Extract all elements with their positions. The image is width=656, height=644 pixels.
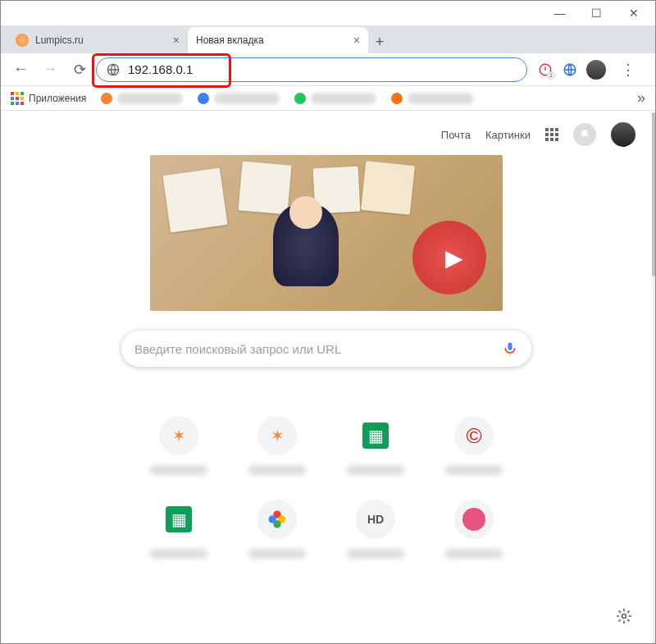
window-titlebar: — ☐ ✕ bbox=[1, 1, 655, 25]
images-link[interactable]: Картинки bbox=[485, 129, 531, 141]
favicon-icon bbox=[391, 93, 403, 104]
bookmark-item[interactable] bbox=[391, 93, 473, 104]
bookmark-item[interactable] bbox=[198, 93, 280, 104]
shortcut-tile[interactable] bbox=[232, 500, 322, 559]
apps-grid-icon bbox=[11, 92, 24, 105]
tab-label: Новая вкладка bbox=[196, 34, 264, 46]
favicon-icon bbox=[294, 93, 306, 104]
minimize-button[interactable]: — bbox=[541, 1, 578, 25]
account-avatar[interactable] bbox=[611, 122, 636, 147]
orange-icon: ✶ bbox=[159, 416, 198, 455]
bookmark-label-blurred bbox=[117, 93, 183, 104]
tab-strip: Lumpics.ru × Новая вкладка × + bbox=[1, 25, 655, 53]
orange-favicon-icon bbox=[16, 34, 29, 47]
translate-icon[interactable] bbox=[562, 62, 578, 78]
shortcut-label-blurred bbox=[445, 549, 503, 559]
gmail-link[interactable]: Почта bbox=[441, 129, 471, 141]
shortcut-label-blurred bbox=[248, 549, 306, 559]
sheets-icon: ▦ bbox=[362, 422, 389, 449]
shortcut-label-blurred bbox=[445, 465, 503, 475]
voice-search-icon[interactable] bbox=[502, 340, 518, 357]
nav-toolbar: ← → ⟳ 192.168.0.1 1 ⋮ bbox=[1, 53, 655, 86]
shortcut-tile[interactable]: ✶ bbox=[232, 416, 322, 475]
orange-icon: ✶ bbox=[257, 416, 297, 455]
bookmarks-bar: Приложения » bbox=[1, 86, 655, 111]
bookmarks-overflow-icon[interactable]: » bbox=[637, 89, 645, 107]
address-text: 192.168.0.1 bbox=[128, 62, 517, 76]
svg-point-16 bbox=[622, 614, 626, 619]
tab-close-icon[interactable]: × bbox=[173, 34, 180, 47]
google-apps-icon[interactable] bbox=[545, 128, 558, 141]
search-placeholder: Введите поисковый запрос или URL bbox=[134, 342, 492, 356]
tab-lumpics[interactable]: Lumpics.ru × bbox=[7, 27, 188, 53]
pink-circle-icon bbox=[454, 500, 494, 539]
google-header: Почта Картинки bbox=[1, 119, 652, 150]
new-tab-button[interactable]: + bbox=[368, 30, 391, 53]
shortcut-label-blurred bbox=[150, 549, 207, 559]
shortcut-label-blurred bbox=[150, 465, 207, 475]
extension-area: 1 ⋮ bbox=[531, 60, 649, 80]
forward-button[interactable]: → bbox=[37, 57, 63, 83]
maximize-button[interactable]: ☐ bbox=[578, 1, 615, 25]
extension-icon[interactable]: 1 bbox=[537, 62, 554, 78]
bookmark-item[interactable] bbox=[101, 93, 183, 104]
page-content: Почта Картинки bbox=[1, 112, 652, 643]
favicon-icon bbox=[198, 93, 209, 104]
vertical-scrollbar[interactable] bbox=[652, 112, 655, 643]
svg-rect-10 bbox=[508, 343, 512, 350]
browser-window: — ☐ ✕ Lumpics.ru × Новая вкладка × + ← →… bbox=[0, 0, 656, 644]
close-button[interactable]: ✕ bbox=[615, 1, 652, 25]
tab-close-icon[interactable]: × bbox=[353, 34, 360, 47]
shortcuts-grid: ✶ ✶ ▦ © ▦ HD bbox=[1, 416, 652, 559]
apps-shortcut[interactable]: Приложения bbox=[11, 92, 86, 105]
address-bar[interactable]: 192.168.0.1 bbox=[96, 57, 527, 82]
site-info-icon[interactable] bbox=[107, 63, 120, 76]
photos-icon bbox=[257, 500, 297, 539]
shortcut-tile[interactable]: © bbox=[429, 416, 519, 475]
customize-gear-icon[interactable] bbox=[616, 608, 632, 628]
google-doodle[interactable] bbox=[150, 155, 503, 311]
shortcut-label-blurred bbox=[347, 549, 404, 559]
back-button[interactable]: ← bbox=[7, 57, 34, 83]
profile-avatar[interactable] bbox=[586, 60, 606, 80]
hd-icon: HD bbox=[356, 500, 395, 539]
notifications-icon[interactable] bbox=[573, 123, 596, 146]
search-bar[interactable]: Введите поисковый запрос или URL bbox=[121, 331, 531, 367]
bookmark-item[interactable] bbox=[294, 93, 376, 104]
scroll-thumb[interactable] bbox=[652, 112, 655, 276]
shortcut-tile[interactable] bbox=[429, 500, 519, 559]
shortcut-label-blurred bbox=[347, 465, 404, 475]
bookmark-label-blurred bbox=[214, 93, 280, 104]
reload-button[interactable]: ⟳ bbox=[66, 57, 93, 83]
kebab-menu-icon[interactable]: ⋮ bbox=[614, 61, 642, 79]
doodle-area bbox=[1, 155, 652, 311]
copyright-icon: © bbox=[454, 416, 494, 455]
sheets-icon: ▦ bbox=[166, 506, 192, 532]
tab-label: Lumpics.ru bbox=[35, 34, 84, 46]
shortcut-tile[interactable]: ▦ bbox=[134, 500, 224, 559]
extension-badge: 1 bbox=[547, 71, 555, 80]
shortcut-label-blurred bbox=[248, 465, 306, 475]
shortcut-tile[interactable]: ✶ bbox=[134, 416, 224, 475]
favicon-icon bbox=[101, 93, 112, 104]
svg-point-15 bbox=[269, 515, 276, 523]
shortcut-tile[interactable]: ▦ bbox=[330, 416, 421, 475]
shortcut-tile[interactable]: HD bbox=[330, 500, 421, 559]
bookmark-label-blurred bbox=[311, 93, 376, 104]
tab-new[interactable]: Новая вкладка × bbox=[188, 27, 368, 53]
bookmark-label-blurred bbox=[408, 93, 473, 104]
apps-label: Приложения bbox=[29, 93, 86, 104]
